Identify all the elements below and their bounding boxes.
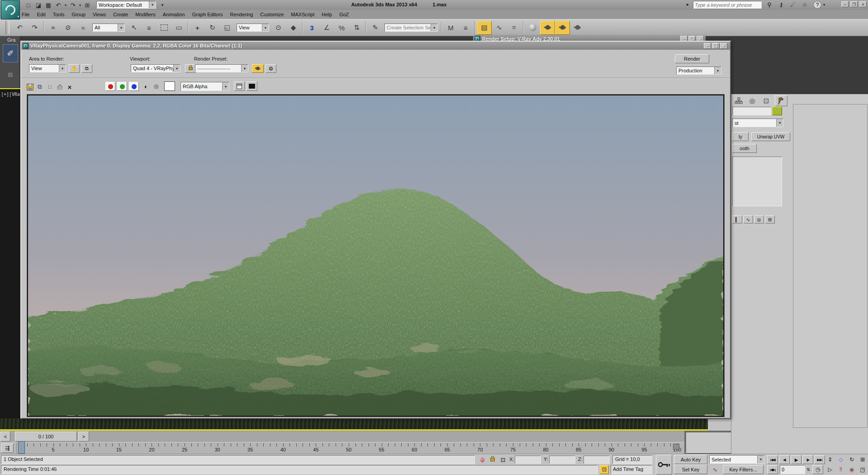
- make-unique-icon[interactable]: ◎: [754, 215, 764, 223]
- red-channel-toggle[interactable]: [105, 82, 115, 91]
- menu-create[interactable]: Create: [109, 11, 132, 18]
- current-frame-indicator[interactable]: [18, 441, 25, 454]
- paint-objects-icon[interactable]: ✐: [3, 44, 18, 62]
- schematic-view-icon[interactable]: ⌗: [507, 21, 522, 35]
- menu-tools[interactable]: Tools: [49, 11, 68, 18]
- show-end-result-icon[interactable]: ∿: [743, 215, 753, 223]
- go-to-end-icon[interactable]: ▶▶|: [814, 455, 825, 464]
- channel-display-dropdown[interactable]: RGB Alpha ▾: [180, 82, 229, 91]
- qat-flyout-icon[interactable]: ▾: [159, 1, 166, 9]
- select-and-link-icon[interactable]: ∝: [46, 21, 61, 35]
- frame-spinner-icon[interactable]: ⇅: [806, 465, 811, 474]
- open-file-icon[interactable]: ◪: [33, 1, 43, 9]
- field-of-view-icon[interactable]: ◇: [836, 455, 846, 464]
- angle-snap-icon[interactable]: ∠: [319, 21, 334, 35]
- monochrome-toggle-icon[interactable]: ◐: [142, 82, 151, 91]
- modifier-list-dropdown[interactable]: st ▾: [732, 119, 783, 127]
- copy-image-icon[interactable]: ⧉: [35, 82, 45, 91]
- restore-button[interactable]: ❐: [850, 1, 858, 7]
- dolly-camera-icon[interactable]: ⇕: [825, 455, 835, 464]
- layer-manager-icon[interactable]: ▤: [477, 21, 492, 35]
- select-and-rotate-icon[interactable]: ↻: [205, 21, 220, 35]
- viewport-lock-icon[interactable]: [185, 64, 196, 73]
- pin-stack-icon[interactable]: ▎: [732, 215, 742, 223]
- alpha-channel-icon[interactable]: [152, 82, 161, 91]
- x-coord-input[interactable]: [515, 456, 541, 463]
- select-and-scale-icon[interactable]: ◱: [220, 21, 235, 35]
- menu-maxscript[interactable]: MAXScript: [287, 11, 318, 18]
- search-box[interactable]: [693, 1, 762, 9]
- absolute-offset-toggle-icon[interactable]: ⊡: [498, 455, 508, 464]
- print-image-icon[interactable]: ⎙: [55, 82, 65, 91]
- use-pivot-center-icon[interactable]: ⊙: [271, 21, 286, 35]
- left-viewport-sliver[interactable]: [+][VRa: [0, 88, 20, 418]
- orbit-camera-icon[interactable]: ◉: [847, 465, 857, 474]
- rfw-minimize-button[interactable]: –: [704, 43, 711, 49]
- infocenter-arrow-icon[interactable]: ▸: [687, 2, 689, 7]
- mirror-icon[interactable]: M: [443, 21, 458, 35]
- y-coord-field[interactable]: [549, 456, 575, 464]
- clone-rfw-icon[interactable]: ∷: [45, 82, 55, 91]
- select-object-icon[interactable]: ↖: [127, 21, 142, 35]
- new-file-icon[interactable]: □: [24, 1, 33, 9]
- window-crossing-icon[interactable]: ▭: [171, 21, 186, 35]
- timeline-ruler[interactable]: 0510152025303540455055606570758085909510…: [16, 442, 684, 454]
- key-mode-dropdown[interactable]: Selected ▾: [709, 455, 764, 464]
- next-frame-icon[interactable]: |▶: [802, 455, 813, 464]
- scatter-objects-icon[interactable]: ⧈: [3, 65, 18, 83]
- bind-to-spacewarp-icon[interactable]: ≈: [76, 21, 90, 35]
- align-icon[interactable]: ≡: [458, 21, 473, 35]
- undo-scene-icon[interactable]: ↶: [12, 21, 27, 35]
- reference-coordinate-dropdown[interactable]: View ▾: [237, 24, 269, 32]
- render-mode-dropdown[interactable]: Production ▾: [676, 66, 721, 75]
- save-preset-icon[interactable]: [252, 64, 264, 73]
- auto-key-button[interactable]: Auto Key: [674, 455, 707, 464]
- set-keys-button[interactable]: [656, 455, 672, 475]
- redo-icon[interactable]: ↷: [68, 1, 78, 9]
- select-and-move-icon[interactable]: +: [190, 21, 205, 35]
- camera-viewport-sliver[interactable]: [0, 418, 708, 431]
- frame-number-input[interactable]: [780, 466, 805, 474]
- project-folder-icon[interactable]: ⊞: [82, 1, 92, 9]
- pan-zoom-corner-icon[interactable]: ◳: [858, 465, 868, 474]
- menu-file[interactable]: File: [18, 11, 33, 18]
- material-editor-icon[interactable]: [525, 21, 540, 35]
- time-tag-cube-icon[interactable]: ⊡: [600, 465, 609, 474]
- environment-settings-icon[interactable]: ⚙: [266, 64, 276, 73]
- viewport-dropdown[interactable]: Quad 4 - VRayPhy ▾: [131, 64, 180, 72]
- y-coord-input[interactable]: [550, 456, 575, 463]
- menu-graph-editors[interactable]: Graph Editors: [189, 11, 227, 18]
- redo-dropdown-icon[interactable]: ▾: [78, 1, 82, 9]
- menu-goz[interactable]: GoZ: [336, 11, 352, 18]
- named-selection-sets-dropdown[interactable]: Create Selection Se ▾: [384, 24, 438, 32]
- spinner-snap-icon[interactable]: ⇅: [349, 21, 364, 35]
- snaps-toggle-icon[interactable]: 3: [304, 21, 319, 35]
- utilities-tab-icon[interactable]: [775, 95, 787, 106]
- selection-filter-dropdown[interactable]: All ▾: [92, 24, 125, 32]
- maximize-viewport-icon[interactable]: ⊞: [858, 455, 868, 464]
- workspace-dropdown[interactable]: Workspace: Default ▾: [96, 1, 156, 9]
- previous-frame-icon[interactable]: ◀|: [779, 455, 790, 464]
- menu-modifiers[interactable]: Modifiers: [132, 11, 159, 18]
- object-color-swatch[interactable]: [772, 107, 782, 115]
- undo-dropdown-icon[interactable]: ▾: [63, 1, 68, 9]
- render-button[interactable]: Render: [675, 54, 709, 63]
- key-filters-button[interactable]: Key Filters...: [723, 465, 764, 474]
- configure-modifier-icon[interactable]: ⊞: [765, 215, 775, 223]
- percent-snap-icon[interactable]: %: [334, 21, 349, 35]
- walk-through-icon[interactable]: ‼: [836, 465, 846, 474]
- previous-frame-arrow[interactable]: <: [0, 432, 10, 442]
- menu-rendering[interactable]: Rendering: [227, 11, 257, 18]
- green-channel-toggle[interactable]: [117, 82, 127, 91]
- render-preset-dropdown[interactable]: -------------------- ▾: [195, 64, 248, 72]
- perspective-icon[interactable]: ▷: [825, 465, 835, 474]
- communication-center-icon[interactable]: ☄: [788, 1, 798, 9]
- orbit-icon[interactable]: ↻: [847, 455, 857, 464]
- search-icon[interactable]: ⚲: [764, 1, 774, 9]
- edit-region-icon[interactable]: ✋: [69, 64, 80, 73]
- render-setup-icon[interactable]: [540, 21, 555, 35]
- rfw-close-button[interactable]: ×: [720, 43, 727, 49]
- rectangular-selection-region-icon[interactable]: [157, 21, 171, 35]
- time-slider-handle[interactable]: 0 / 100: [15, 432, 77, 442]
- z-coord-field[interactable]: [583, 456, 610, 464]
